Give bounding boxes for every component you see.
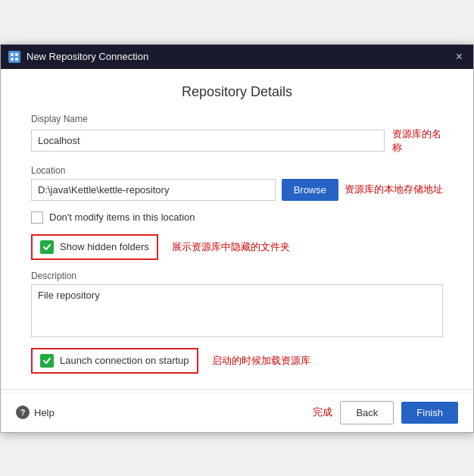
show-hidden-row: Show hidden folders 展示资源库中隐藏的文件夹 <box>31 234 443 260</box>
close-button[interactable]: × <box>453 49 466 64</box>
display-name-label: Display Name <box>31 114 443 124</box>
browse-button[interactable]: Browse <box>282 179 338 201</box>
footer-separator <box>1 389 473 390</box>
display-name-group: Display Name 资源库的名称 <box>31 114 443 155</box>
display-name-input[interactable] <box>31 130 385 152</box>
back-button[interactable]: Back <box>340 401 394 424</box>
location-input[interactable] <box>31 179 276 201</box>
location-group: Location Browse 资源库的本地存储地址 <box>31 165 443 201</box>
dialog-title: New Repository Connection <box>27 51 447 62</box>
launch-checkbox[interactable] <box>40 354 54 368</box>
show-hidden-annotation: 展示资源库中隐藏的文件夹 <box>172 240 290 254</box>
show-hidden-label: Show hidden folders <box>60 241 149 252</box>
section-title: Repository Details <box>31 84 443 100</box>
launch-highlight: Launch connection on startup <box>31 348 198 374</box>
dialog-window: New Repository Connection × Repository D… <box>0 44 474 433</box>
finish-button[interactable]: Finish <box>401 402 458 424</box>
svg-rect-2 <box>11 58 14 61</box>
app-icon <box>8 51 20 63</box>
help-button[interactable]: ? Help <box>16 406 55 419</box>
dialog-content: Repository Details Display Name 资源库的名称 L… <box>1 69 473 386</box>
description-textarea[interactable]: File repository <box>31 284 443 337</box>
footer: ? Help 完成 Back Finish <box>1 393 473 432</box>
help-icon: ? <box>16 406 30 419</box>
show-hidden-checkbox[interactable] <box>40 240 54 254</box>
footer-annotation: 完成 <box>313 406 332 419</box>
description-label: Description <box>31 271 443 281</box>
location-label: Location <box>31 165 443 176</box>
show-hidden-highlight: Show hidden folders <box>31 234 158 260</box>
svg-rect-0 <box>11 53 14 56</box>
launch-annotation: 启动的时候加载资源库 <box>212 354 310 368</box>
help-label: Help <box>34 407 55 418</box>
dont-modify-label: Don't modify items in this location <box>49 211 195 223</box>
dont-modify-checkbox[interactable] <box>31 211 43 224</box>
launch-row: Launch connection on startup 启动的时候加载资源库 <box>31 348 443 374</box>
svg-rect-1 <box>15 53 18 56</box>
svg-rect-3 <box>15 58 18 61</box>
launch-label: Launch connection on startup <box>60 355 189 366</box>
location-annotation: 资源库的本地存储地址 <box>345 183 443 196</box>
display-name-annotation: 资源库的名称 <box>392 127 443 155</box>
dont-modify-row: Don't modify items in this location <box>31 211 443 224</box>
description-group: Description File repository <box>31 271 443 337</box>
title-bar: New Repository Connection × <box>1 45 473 69</box>
